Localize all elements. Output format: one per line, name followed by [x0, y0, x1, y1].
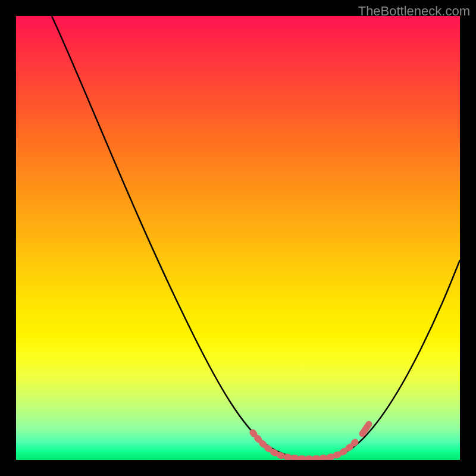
- valley-highlight-segment: [253, 433, 355, 459]
- watermark-text: TheBottleneck.com: [358, 4, 470, 19]
- bottleneck-curve-line: [52, 16, 460, 459]
- bottleneck-chart: [16, 16, 460, 460]
